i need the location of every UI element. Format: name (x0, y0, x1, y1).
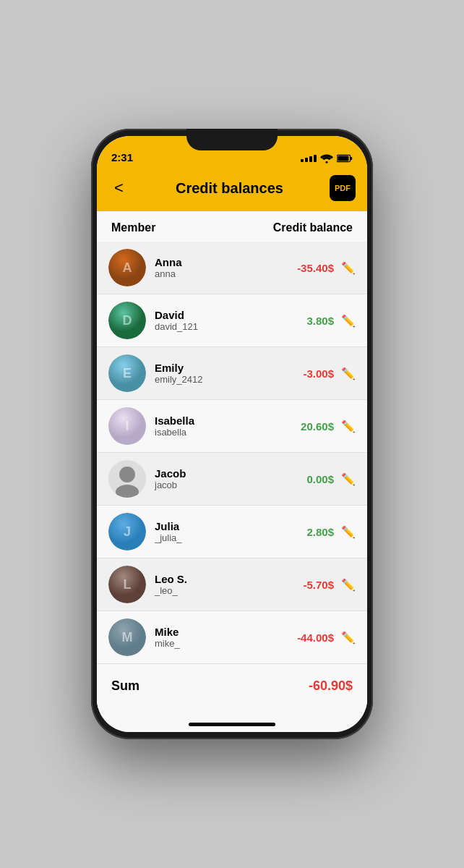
avatar: J (108, 513, 146, 550)
balance-amount: 3.80$ (306, 315, 334, 327)
list-item: M Mike mike_ -44.00$ ✏️ (97, 611, 367, 664)
member-info: Emily emily_2412 (155, 362, 303, 385)
balance-area: -5.70$ ✏️ (303, 578, 356, 592)
member-username: mike_ (155, 638, 297, 649)
balance-area: 2.80$ ✏️ (306, 525, 356, 539)
avatar: E (108, 354, 146, 392)
balance-area: -3.00$ ✏️ (303, 367, 356, 380)
member-name: Julia (155, 520, 306, 532)
member-username: david_121 (155, 321, 306, 332)
list-item: I Isabella isabella 20.60$ ✏️ (97, 400, 367, 453)
member-name: David (155, 309, 306, 321)
svg-text:L: L (124, 577, 132, 592)
notch (186, 129, 278, 150)
balance-amount: -35.40$ (297, 262, 334, 274)
battery-icon (337, 154, 353, 163)
edit-button[interactable]: ✏️ (341, 631, 356, 644)
home-indicator (189, 723, 275, 726)
member-username: _leo_ (155, 585, 303, 596)
svg-point-0 (326, 161, 328, 163)
members-list: A Anna anna -35.40$ ✏️ D (97, 242, 367, 664)
phone-frame: 2:31 (91, 129, 373, 739)
avatar: L (108, 566, 146, 603)
status-icons (301, 153, 353, 163)
svg-text:J: J (124, 524, 131, 539)
member-name: Emily (155, 362, 303, 374)
balance-amount: 20.60$ (301, 420, 334, 433)
status-time: 2:31 (111, 151, 133, 163)
member-info: Jacob jacob (155, 467, 306, 490)
balance-area: 20.60$ ✏️ (301, 420, 356, 433)
member-name: Jacob (155, 467, 306, 480)
balance-area: 0.00$ ✏️ (306, 472, 356, 486)
pdf-button[interactable]: PDF (330, 175, 356, 201)
member-username: jacob (155, 480, 306, 490)
sum-label: Sum (111, 678, 139, 694)
list-item: D David david_121 3.80$ ✏️ (97, 294, 367, 347)
edit-button[interactable]: ✏️ (341, 367, 356, 380)
list-item: Jacob jacob 0.00$ ✏️ (97, 453, 367, 506)
back-button[interactable]: < (108, 176, 129, 200)
balance-area: 3.80$ ✏️ (306, 314, 356, 328)
member-name: Isabella (155, 414, 301, 427)
member-info: David david_121 (155, 309, 306, 332)
edit-button[interactable]: ✏️ (341, 314, 356, 328)
balance-area: -44.00$ ✏️ (297, 631, 356, 644)
content-area: Member Credit balance A Anna anna (97, 211, 367, 732)
sum-amount: -60.90$ (309, 678, 353, 694)
avatar: D (108, 302, 146, 339)
svg-text:A: A (123, 260, 132, 275)
svg-rect-3 (338, 156, 348, 161)
member-name: Mike (155, 626, 297, 638)
avatar: A (108, 249, 146, 286)
avatar: I (108, 407, 146, 445)
app-header: < Credit balances PDF (97, 168, 367, 211)
edit-button[interactable]: ✏️ (341, 420, 356, 433)
member-name: Leo S. (155, 573, 303, 585)
member-info: Isabella isabella (155, 414, 301, 438)
svg-rect-2 (351, 157, 352, 160)
svg-text:I: I (125, 419, 129, 433)
svg-text:M: M (122, 630, 133, 644)
edit-button[interactable]: ✏️ (341, 472, 356, 486)
column-headers: Member Credit balance (97, 211, 367, 242)
list-item: E Emily emily_2412 -3.00$ ✏️ (97, 347, 367, 400)
svg-text:E: E (123, 366, 132, 380)
member-username: anna (155, 268, 297, 279)
balance-amount: 2.80$ (306, 526, 334, 538)
member-username: isabella (155, 427, 301, 438)
member-info: Mike mike_ (155, 626, 297, 649)
member-info: Anna anna (155, 256, 297, 279)
balance-amount: -44.00$ (297, 631, 334, 644)
edit-button[interactable]: ✏️ (341, 525, 356, 539)
balance-amount: -3.00$ (303, 367, 334, 380)
member-name: Anna (155, 256, 297, 268)
wifi-icon (320, 153, 333, 163)
phone-screen: 2:31 (97, 136, 367, 732)
edit-button[interactable]: ✏️ (341, 578, 356, 592)
avatar: M (108, 618, 146, 656)
list-item: A Anna anna -35.40$ ✏️ (97, 242, 367, 294)
balance-area: -35.40$ ✏️ (297, 261, 356, 275)
sum-row: Sum -60.90$ (97, 664, 367, 708)
member-info: Julia _julia_ (155, 520, 306, 543)
column-balance: Credit balance (273, 221, 353, 234)
member-username: emily_2412 (155, 374, 303, 385)
svg-text:D: D (123, 313, 132, 328)
svg-point-13 (116, 485, 139, 498)
signal-icon (301, 155, 317, 162)
member-username: _julia_ (155, 532, 306, 543)
list-item: L Leo S. _leo_ -5.70$ ✏️ (97, 558, 367, 611)
member-info: Leo S. _leo_ (155, 573, 303, 596)
balance-amount: -5.70$ (303, 579, 334, 591)
page-title: Credit balances (176, 180, 283, 197)
edit-button[interactable]: ✏️ (341, 261, 356, 275)
column-member: Member (111, 221, 155, 234)
balance-amount: 0.00$ (306, 473, 334, 485)
svg-point-12 (119, 467, 135, 482)
list-item: J Julia _julia_ 2.80$ ✏️ (97, 506, 367, 558)
avatar (108, 460, 146, 498)
